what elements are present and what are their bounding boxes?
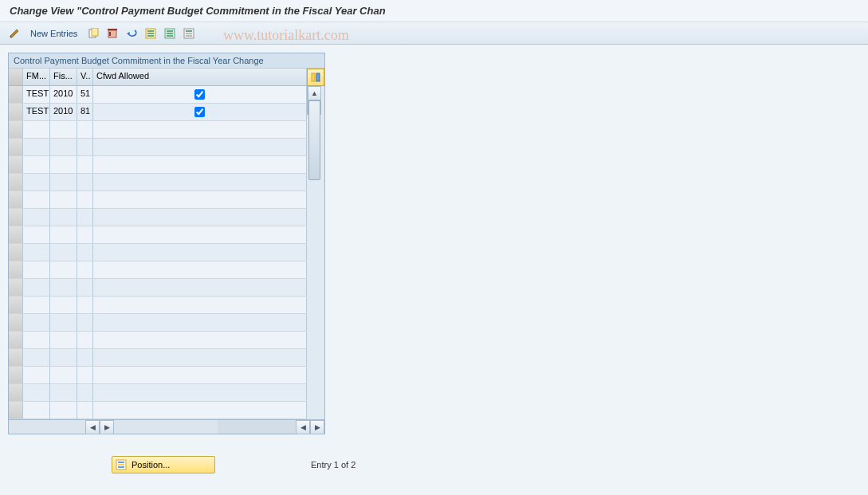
cell-cfwd[interactable] xyxy=(93,174,307,191)
cell-fm[interactable]: TEST xyxy=(23,104,50,120)
row-selector[interactable] xyxy=(9,384,23,401)
table-row[interactable]: TEST201051 xyxy=(9,86,307,104)
undo-icon[interactable] xyxy=(124,26,139,41)
cell-fis[interactable] xyxy=(50,384,77,401)
horizontal-scrollbar[interactable]: ◀ ▶ ◀ ▶ xyxy=(9,419,324,434)
row-selector[interactable] xyxy=(9,297,23,313)
cell-fis[interactable] xyxy=(50,314,77,331)
cell-fis[interactable]: 2010 xyxy=(50,104,77,120)
cell-v[interactable] xyxy=(77,279,93,296)
cell-cfwd[interactable] xyxy=(93,86,307,103)
cell-fm[interactable] xyxy=(23,191,50,208)
cell-fis[interactable] xyxy=(50,156,77,173)
cell-fis[interactable]: 2010 xyxy=(50,86,77,103)
cell-fis[interactable] xyxy=(50,174,77,191)
cell-fis[interactable] xyxy=(50,209,77,226)
table-row[interactable] xyxy=(9,384,307,402)
scroll-up-icon[interactable]: ▲ xyxy=(308,86,321,100)
scroll-right-icon[interactable]: ▶ xyxy=(100,420,114,434)
cell-v[interactable] xyxy=(77,244,93,261)
new-entries-button[interactable]: New Entries xyxy=(26,27,82,40)
cell-v[interactable]: 51 xyxy=(77,86,93,103)
cell-v[interactable] xyxy=(77,314,93,331)
row-selector[interactable] xyxy=(9,156,23,173)
cell-v[interactable] xyxy=(77,367,93,383)
cell-cfwd[interactable] xyxy=(93,121,307,138)
table-row[interactable] xyxy=(9,314,307,332)
cell-fis[interactable] xyxy=(50,139,77,155)
column-cfwd[interactable]: Cfwd Allowed xyxy=(93,69,307,85)
cell-cfwd[interactable] xyxy=(93,156,307,173)
table-row[interactable] xyxy=(9,297,307,314)
row-selector[interactable] xyxy=(9,279,23,296)
column-fis[interactable]: Fis... xyxy=(50,69,77,85)
table-row[interactable] xyxy=(9,244,307,261)
row-selector[interactable] xyxy=(9,402,23,418)
cfwd-checkbox[interactable] xyxy=(194,107,205,117)
table-row[interactable] xyxy=(9,402,307,419)
cell-cfwd[interactable] xyxy=(93,349,307,366)
cell-fm[interactable] xyxy=(23,367,50,383)
cell-fis[interactable] xyxy=(50,244,77,261)
cell-fis[interactable] xyxy=(50,191,77,208)
cell-v[interactable] xyxy=(77,402,93,418)
scroll-left-icon[interactable]: ◀ xyxy=(85,420,100,434)
column-selector[interactable] xyxy=(9,69,23,85)
cell-fis[interactable] xyxy=(50,297,77,313)
scrollbar-thumb[interactable] xyxy=(308,100,320,180)
cell-cfwd[interactable] xyxy=(93,297,307,313)
cell-v[interactable] xyxy=(77,174,93,191)
cell-fm[interactable] xyxy=(23,332,50,348)
cell-v[interactable] xyxy=(77,139,93,155)
table-row[interactable] xyxy=(9,226,307,244)
row-selector[interactable] xyxy=(9,86,23,103)
cell-v[interactable] xyxy=(77,349,93,366)
table-row[interactable] xyxy=(9,121,307,139)
row-selector[interactable] xyxy=(9,226,23,243)
cell-v[interactable] xyxy=(77,226,93,243)
cell-fis[interactable] xyxy=(50,261,77,278)
row-selector[interactable] xyxy=(9,367,23,383)
cell-cfwd[interactable] xyxy=(93,332,307,348)
cell-v[interactable] xyxy=(77,297,93,313)
table-row[interactable] xyxy=(9,209,307,226)
cell-v[interactable] xyxy=(77,156,93,173)
row-selector[interactable] xyxy=(9,314,23,331)
delete-icon[interactable] xyxy=(104,26,120,41)
cell-v[interactable] xyxy=(77,191,93,208)
cell-fis[interactable] xyxy=(50,226,77,243)
row-selector[interactable] xyxy=(9,104,23,120)
cell-fm[interactable] xyxy=(23,279,50,296)
cell-fm[interactable] xyxy=(23,384,50,401)
cell-v[interactable]: 81 xyxy=(77,104,93,120)
cell-fm[interactable] xyxy=(23,314,50,331)
table-row[interactable] xyxy=(9,174,307,191)
cell-cfwd[interactable] xyxy=(93,226,307,243)
cell-fis[interactable] xyxy=(50,332,77,348)
cell-cfwd[interactable] xyxy=(93,261,307,278)
table-row[interactable] xyxy=(9,332,307,349)
copy-as-icon[interactable] xyxy=(85,26,101,41)
select-all-icon[interactable] xyxy=(143,26,159,41)
cell-fis[interactable] xyxy=(50,121,77,138)
table-row[interactable]: TEST201081 xyxy=(9,104,307,121)
vertical-scrollbar[interactable]: ▲ ▼ xyxy=(307,86,321,115)
cell-cfwd[interactable] xyxy=(93,384,307,401)
cell-v[interactable] xyxy=(77,384,93,401)
cell-fm[interactable] xyxy=(23,139,50,155)
scroll-right-icon-2[interactable]: ▶ xyxy=(310,420,324,434)
table-row[interactable] xyxy=(9,191,307,209)
cell-fis[interactable] xyxy=(50,367,77,383)
cell-v[interactable] xyxy=(77,209,93,226)
row-selector[interactable] xyxy=(9,121,23,138)
cell-cfwd[interactable] xyxy=(93,209,307,226)
cell-cfwd[interactable] xyxy=(93,367,307,383)
cell-fm[interactable] xyxy=(23,209,50,226)
cell-cfwd[interactable] xyxy=(93,314,307,331)
table-row[interactable] xyxy=(9,139,307,156)
cell-fm[interactable] xyxy=(23,226,50,243)
cell-fis[interactable] xyxy=(50,349,77,366)
cfwd-checkbox[interactable] xyxy=(194,89,205,100)
cell-fis[interactable] xyxy=(50,402,77,418)
table-row[interactable] xyxy=(9,261,307,279)
